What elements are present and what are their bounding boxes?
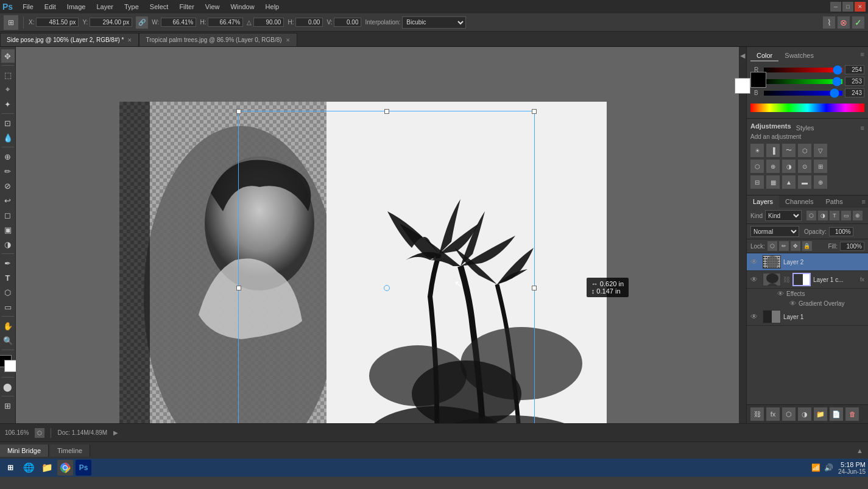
adj-vibrance-icon[interactable]: ▽ xyxy=(814,144,827,157)
v-input[interactable] xyxy=(334,18,361,27)
y-input[interactable] xyxy=(90,18,132,27)
lock-all-icon[interactable]: 🔒 xyxy=(802,241,812,251)
move-tool[interactable]: ✥ xyxy=(1,49,15,63)
background-color[interactable] xyxy=(4,360,16,372)
adj-bw-icon[interactable]: ◑ xyxy=(782,160,796,173)
new-group-btn[interactable]: 📁 xyxy=(814,407,827,421)
menu-window[interactable]: Window xyxy=(225,2,259,12)
menu-layer[interactable]: Layer xyxy=(91,2,118,12)
r-value[interactable]: 254 xyxy=(845,65,864,74)
tab-mini-bridge[interactable]: Mini Bridge xyxy=(0,445,49,457)
type-tool[interactable]: T xyxy=(1,271,15,284)
opacity-input[interactable] xyxy=(829,227,853,236)
tab-channels[interactable]: Channels xyxy=(779,195,819,208)
delete-layer-btn[interactable]: 🗑 xyxy=(845,407,859,421)
tab-tropical[interactable]: Tropical palm trees.jpg @ 86.9% (Layer 0… xyxy=(139,33,297,46)
fill-input[interactable] xyxy=(840,242,864,251)
zoom-status-icon[interactable]: ⬡ xyxy=(35,428,44,438)
spectrum-bar[interactable] xyxy=(750,104,864,112)
angle-input[interactable] xyxy=(253,18,284,27)
layer2-visibility-icon[interactable]: 👁 xyxy=(750,258,760,266)
interpolation-select[interactable]: Bicubic Nearest Neighbor Bilinear Bicubi… xyxy=(402,16,466,29)
layer-item-layer2[interactable]: 👁 xyxy=(747,253,868,271)
adj-panel-menu[interactable]: ≡ xyxy=(861,124,864,132)
layer-item-layer1c[interactable]: 👁 ⛓ Laye xyxy=(747,271,868,289)
zoom-tool[interactable]: 🔍 xyxy=(1,334,15,347)
adj-gradmap-icon[interactable]: ▬ xyxy=(798,175,811,189)
x-input[interactable] xyxy=(36,18,79,27)
g-slider[interactable] xyxy=(764,79,842,84)
maximize-button[interactable]: □ xyxy=(842,2,853,12)
history-brush-tool[interactable]: ↩ xyxy=(1,194,15,207)
menu-filter[interactable]: Filter xyxy=(174,2,199,12)
start-button[interactable]: ⊞ xyxy=(2,460,18,476)
menu-help[interactable]: Help xyxy=(261,2,284,12)
new-layer-btn[interactable]: 📄 xyxy=(830,407,843,421)
b-value[interactable]: 243 xyxy=(845,88,864,97)
chrome-icon[interactable] xyxy=(57,460,73,476)
pen-tool[interactable]: ✒ xyxy=(1,256,15,270)
g-value[interactable]: 253 xyxy=(845,77,864,86)
marquee-tool[interactable]: ⬚ xyxy=(1,68,15,82)
quick-mask-button[interactable]: ⬤ xyxy=(1,380,15,393)
adj-threshold-icon[interactable]: ▲ xyxy=(782,175,796,189)
gradient-tool[interactable]: ▣ xyxy=(1,223,15,236)
ie-icon[interactable]: 🌐 xyxy=(21,460,37,476)
menu-image[interactable]: Image xyxy=(62,2,91,12)
lock-transparent-icon[interactable]: ⬡ xyxy=(767,241,777,251)
menu-select[interactable]: Select xyxy=(145,2,174,12)
path-select-tool[interactable]: ⬡ xyxy=(1,286,15,299)
adj-colorbal-icon[interactable]: ⊕ xyxy=(766,160,780,173)
background-swatch[interactable] xyxy=(735,78,750,94)
warp-button[interactable]: ⌇ xyxy=(823,16,835,29)
heal-tool[interactable]: ⊕ xyxy=(1,150,15,163)
filter-pixel-icon[interactable]: ⬡ xyxy=(806,211,816,220)
kind-select[interactable]: Kind xyxy=(765,210,802,221)
brush-tool[interactable]: ✏ xyxy=(1,164,15,178)
adj-posterize-icon[interactable]: ▦ xyxy=(766,175,780,189)
r-slider[interactable] xyxy=(764,68,842,72)
shape-tool[interactable]: ▭ xyxy=(1,300,15,314)
b-slider[interactable] xyxy=(764,91,842,96)
adj-selective-icon[interactable]: ⊕ xyxy=(814,175,827,189)
add-mask-btn[interactable]: ⬡ xyxy=(782,407,796,421)
lasso-tool[interactable]: ⌖ xyxy=(1,83,15,96)
tab-tropical-close[interactable]: ✕ xyxy=(286,37,291,43)
link-proportions-button[interactable]: 🔗 xyxy=(136,16,148,29)
status-arrow[interactable]: ▶ xyxy=(113,429,122,437)
adj-curves-icon[interactable]: 〜 xyxy=(782,144,796,157)
filter-adj-icon[interactable]: ◑ xyxy=(818,211,828,220)
filter-type-icon[interactable]: T xyxy=(830,211,839,220)
hand-tool[interactable]: ✋ xyxy=(1,319,15,332)
w-input[interactable] xyxy=(161,18,196,27)
tab-layers[interactable]: Layers xyxy=(747,195,779,208)
adj-levels-icon[interactable]: ▐ xyxy=(766,144,780,157)
tab-side-pose[interactable]: Side pose.jpg @ 106% (Layer 2, RGB/8#) *… xyxy=(0,33,139,46)
h2-input[interactable] xyxy=(295,18,323,27)
filter-shape-icon[interactable]: ▭ xyxy=(841,211,851,220)
tab-side-pose-close[interactable]: ✕ xyxy=(127,37,132,43)
minimize-button[interactable]: ─ xyxy=(830,2,841,12)
color-tab[interactable]: Color xyxy=(750,51,778,62)
adj-hsl-icon[interactable]: ⬡ xyxy=(750,160,764,173)
layer-item-layer1[interactable]: 👁 Layer 1 xyxy=(747,308,868,326)
adj-invert-icon[interactable]: ⊟ xyxy=(750,175,764,189)
menu-file[interactable]: File xyxy=(18,2,38,12)
cancel-transform-button[interactable]: ⊗ xyxy=(838,16,850,29)
layer1c-visibility-icon[interactable]: 👁 xyxy=(750,275,760,284)
effects-eye-icon[interactable]: 👁 xyxy=(777,290,784,297)
crop-tool[interactable]: ⊡ xyxy=(1,116,15,130)
eyedrop-tool[interactable]: 💧 xyxy=(1,131,15,144)
right-panel-collapse[interactable]: ◀ xyxy=(739,47,746,423)
lock-position-icon[interactable]: ✥ xyxy=(791,241,800,251)
file-explorer-icon[interactable]: 📁 xyxy=(39,460,55,476)
color-panel-menu[interactable]: ≡ xyxy=(861,51,864,62)
canvas-area[interactable]: ↔ 0.620 in ↕ 0.147 in ↖ xyxy=(16,47,739,423)
eraser-tool[interactable]: ◻ xyxy=(1,208,15,222)
layers-panel-menu[interactable]: ≡ xyxy=(859,195,868,208)
screen-mode-button[interactable]: ⊞ xyxy=(1,399,15,412)
dodge-tool[interactable]: ◑ xyxy=(1,237,15,251)
tab-timeline[interactable]: Timeline xyxy=(50,445,90,457)
filter-smart-icon[interactable]: ⊕ xyxy=(853,211,863,220)
magic-wand-tool[interactable]: ✦ xyxy=(1,97,15,111)
